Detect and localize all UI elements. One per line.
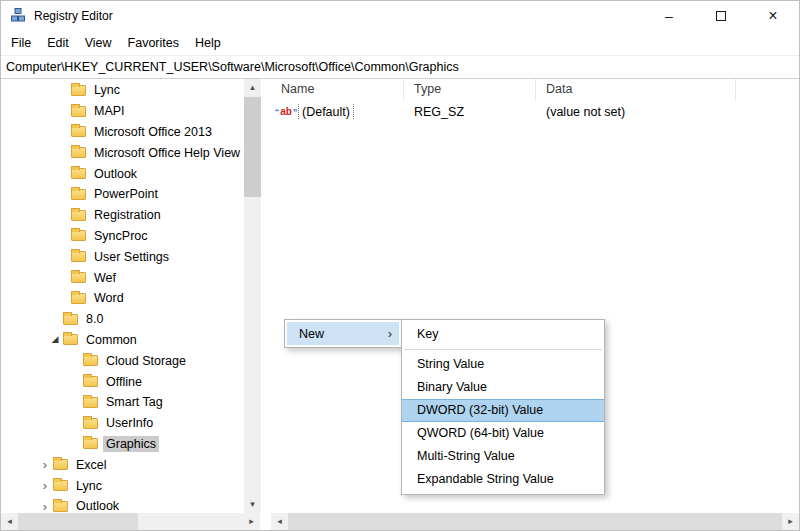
tree-item-label: User Settings bbox=[91, 249, 172, 265]
tree-item-microsoft-office-2013[interactable]: Microsoft Office 2013 bbox=[1, 122, 244, 143]
folder-icon bbox=[71, 272, 86, 283]
tree-item-label: Lync bbox=[73, 478, 105, 494]
tree-item-registration[interactable]: Registration bbox=[1, 205, 244, 226]
submenu-item-qword-64-bit-value[interactable]: QWORD (64-bit) Value bbox=[402, 422, 604, 445]
folder-icon bbox=[71, 230, 86, 241]
tree-vertical-scrollbar[interactable]: ▴ ▾ bbox=[244, 79, 261, 513]
scroll-down-button[interactable]: ▾ bbox=[244, 496, 261, 513]
horizontal-scrollbar-thumb[interactable] bbox=[288, 513, 782, 530]
expanded-arrow-icon[interactable]: ◢ bbox=[47, 335, 63, 344]
scroll-left-button[interactable]: ◂ bbox=[271, 513, 288, 530]
collapsed-arrow-icon[interactable]: › bbox=[37, 479, 53, 492]
horizontal-scrollbar-thumb[interactable] bbox=[18, 513, 138, 530]
tree-item-powerpoint[interactable]: PowerPoint bbox=[1, 184, 244, 205]
scroll-left-icon: ◂ bbox=[277, 517, 282, 526]
submenu-item-key[interactable]: Key bbox=[402, 323, 604, 346]
menu-file[interactable]: File bbox=[3, 32, 39, 54]
tree-item-lync[interactable]: ›Lync bbox=[1, 475, 244, 496]
scroll-right-button[interactable]: ▸ bbox=[243, 513, 260, 530]
folder-icon bbox=[83, 355, 98, 366]
tree-item-excel[interactable]: ›Excel bbox=[1, 454, 244, 475]
tree-item-label: PowerPoint bbox=[91, 186, 161, 202]
tree-item-outlook[interactable]: ›Outlook bbox=[1, 496, 244, 513]
value-data-cell: (value not set) bbox=[536, 105, 625, 119]
column-header-type[interactable]: Type bbox=[404, 79, 536, 101]
window-title: Registry Editor bbox=[34, 9, 113, 23]
scroll-up-button[interactable]: ▴ bbox=[244, 79, 261, 96]
submenu-item-binary-value[interactable]: Binary Value bbox=[402, 376, 604, 399]
column-header-data[interactable]: Data bbox=[536, 79, 736, 101]
tree-item-label: 8.0 bbox=[83, 311, 106, 327]
collapsed-arrow-icon[interactable]: › bbox=[37, 458, 53, 471]
tree-item-word[interactable]: Word bbox=[1, 288, 244, 309]
tree-item-label: SyncProc bbox=[91, 228, 151, 244]
minimize-button[interactable]: – bbox=[643, 1, 695, 31]
submenu-item-dword-32-bit-value[interactable]: DWORD (32-bit) Value bbox=[402, 399, 604, 422]
tree-item-label: UserInfo bbox=[103, 415, 156, 431]
folder-icon bbox=[71, 210, 86, 221]
scroll-left-button[interactable]: ◂ bbox=[1, 513, 18, 530]
registry-app-icon bbox=[10, 7, 26, 26]
tree-item-label: Offline bbox=[103, 374, 145, 390]
tree-item-offline[interactable]: Offline bbox=[1, 371, 244, 392]
tree-item-user-settings[interactable]: User Settings bbox=[1, 246, 244, 267]
tree-horizontal-scrollbar[interactable]: ◂ ▸ bbox=[1, 513, 260, 530]
tree-item-syncproc[interactable]: SyncProc bbox=[1, 226, 244, 247]
tree-item-common[interactable]: ◢Common bbox=[1, 330, 244, 351]
tree-item-wef[interactable]: Wef bbox=[1, 267, 244, 288]
scroll-left-icon: ◂ bbox=[7, 517, 12, 526]
menu-bar: FileEditViewFavoritesHelp bbox=[1, 31, 799, 55]
close-button[interactable]: × bbox=[747, 1, 799, 31]
scroll-right-button[interactable]: ▸ bbox=[782, 513, 799, 530]
tree-item-label: Lync bbox=[91, 82, 123, 98]
tree: LyncMAPIMicrosoft Office 2013Microsoft O… bbox=[1, 79, 244, 513]
value-row-default[interactable]: ab(Default)REG_SZ(value not set) bbox=[271, 101, 799, 123]
tree-item-outlook[interactable]: Outlook bbox=[1, 163, 244, 184]
tree-item-graphics[interactable]: Graphics bbox=[1, 434, 244, 455]
menu-view[interactable]: View bbox=[77, 32, 120, 54]
submenu-arrow-icon: › bbox=[388, 326, 392, 341]
folder-icon bbox=[63, 314, 78, 325]
folder-icon bbox=[83, 438, 98, 449]
tree-item-label: Outlook bbox=[91, 166, 140, 182]
tree-item-userinfo[interactable]: UserInfo bbox=[1, 413, 244, 434]
address-bar[interactable]: Computer\HKEY_CURRENT_USER\Software\Micr… bbox=[1, 55, 799, 79]
tree-item-microsoft-office-help-view[interactable]: Microsoft Office Help View bbox=[1, 142, 244, 163]
tree-item-label: Common bbox=[83, 332, 140, 348]
folder-icon bbox=[83, 376, 98, 387]
submenu-item-expandable-string-value[interactable]: Expandable String Value bbox=[402, 468, 604, 491]
minimize-icon: – bbox=[665, 8, 673, 24]
tree-item-label: Registration bbox=[91, 207, 164, 223]
submenu-item-string-value[interactable]: String Value bbox=[402, 353, 604, 376]
column-header-name[interactable]: Name bbox=[271, 79, 404, 101]
tree-item-lync[interactable]: Lync bbox=[1, 80, 244, 101]
maximize-button[interactable] bbox=[695, 1, 747, 31]
menu-help[interactable]: Help bbox=[187, 32, 229, 54]
folder-icon bbox=[83, 418, 98, 429]
submenu-item-multi-string-value[interactable]: Multi-String Value bbox=[402, 445, 604, 468]
tree-item-cloud-storage[interactable]: Cloud Storage bbox=[1, 350, 244, 371]
main-area: LyncMAPIMicrosoft Office 2013Microsoft O… bbox=[1, 79, 799, 513]
context-menu-item-new[interactable]: New › bbox=[287, 322, 399, 345]
menu-favorites[interactable]: Favorites bbox=[120, 32, 187, 54]
tree-item-smart-tag[interactable]: Smart Tag bbox=[1, 392, 244, 413]
scroll-up-icon: ▴ bbox=[250, 83, 255, 92]
scroll-right-icon: ▸ bbox=[788, 517, 793, 526]
tree-pane: LyncMAPIMicrosoft Office 2013Microsoft O… bbox=[1, 79, 261, 513]
folder-icon bbox=[71, 189, 86, 200]
value-type-cell: REG_SZ bbox=[404, 105, 536, 119]
close-icon: × bbox=[768, 7, 777, 25]
tree-item-mapi[interactable]: MAPI bbox=[1, 101, 244, 122]
value-name-label: (Default) bbox=[299, 104, 353, 120]
title-bar: Registry Editor – × bbox=[1, 1, 799, 31]
context-menu-new-label: New bbox=[299, 327, 324, 341]
tree-item-8-0[interactable]: 8.0 bbox=[1, 309, 244, 330]
folder-icon bbox=[71, 147, 86, 158]
tree-item-label: Wef bbox=[91, 270, 119, 286]
menu-edit[interactable]: Edit bbox=[39, 32, 77, 54]
collapsed-arrow-icon[interactable]: › bbox=[37, 500, 53, 513]
vertical-scrollbar-thumb[interactable] bbox=[244, 97, 261, 197]
value-name-cell: ab(Default) bbox=[271, 104, 404, 120]
string-value-icon: ab bbox=[277, 106, 295, 119]
list-horizontal-scrollbar[interactable]: ◂ ▸ bbox=[271, 513, 799, 530]
